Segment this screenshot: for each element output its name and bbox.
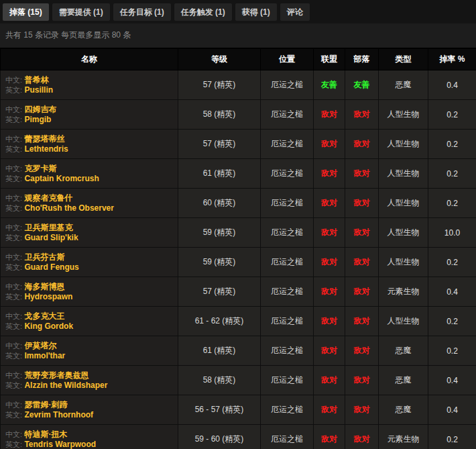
npc-name-cn-link[interactable]: 普希林 bbox=[24, 75, 48, 85]
drop-rate-cell: 0.2 bbox=[428, 336, 476, 366]
npc-name-cn-link[interactable]: 特迪斯·扭木 bbox=[24, 430, 67, 439]
npc-name-cn-link[interactable]: 卫兵斯里基克 bbox=[24, 223, 72, 232]
alliance-reaction: 友善 bbox=[314, 70, 345, 100]
drop-rate-cell: 0.2 bbox=[428, 100, 476, 130]
name-cell: 中文: 特迪斯·扭木 英文: Tendris Warpwood bbox=[1, 425, 178, 449]
drop-rate-cell: 0.4 bbox=[428, 366, 476, 395]
npc-name-cn-link[interactable]: 瑟雷姆·刺蹄 bbox=[24, 400, 67, 409]
location-cell: 厄运之槌 bbox=[261, 130, 314, 159]
horde-reaction: 敌对 bbox=[345, 277, 379, 307]
drop-rate-cell: 0.2 bbox=[428, 159, 476, 189]
alliance-reaction: 敌对 bbox=[314, 366, 345, 395]
type-cell: 元素生物 bbox=[379, 425, 428, 449]
npc-name-en-link[interactable]: Guard Slip'kik bbox=[24, 233, 78, 242]
npc-name-en-link[interactable]: Alzzin the Wildshaper bbox=[24, 381, 107, 390]
horde-reaction: 敌对 bbox=[345, 159, 379, 189]
location-link[interactable]: 厄运之槌 bbox=[271, 80, 303, 89]
alliance-reaction: 敌对 bbox=[314, 277, 345, 307]
cn-label: 中文: bbox=[5, 283, 22, 291]
type-cell: 恶魔 bbox=[379, 366, 428, 395]
tab-starts-quest[interactable]: 任务触发 (1) bbox=[174, 3, 232, 21]
cn-label: 中文: bbox=[5, 164, 22, 172]
npc-name-cn-link[interactable]: 卫兵芬古斯 bbox=[24, 252, 64, 262]
location-link[interactable]: 厄运之槌 bbox=[271, 434, 303, 444]
npc-name-en-link[interactable]: Hydrospawn bbox=[24, 292, 72, 301]
location-link[interactable]: 厄运之槌 bbox=[271, 375, 303, 385]
cn-label: 中文: bbox=[5, 223, 22, 232]
name-cell: 中文: 卫兵斯里基克 英文: Guard Slip'kik bbox=[1, 218, 178, 248]
drop-rate-cell: 0.2 bbox=[428, 189, 476, 218]
location-link[interactable]: 厄运之槌 bbox=[271, 168, 303, 178]
level-cell: 57 (精英) bbox=[178, 277, 261, 307]
npc-name-en-link[interactable]: Pimgib bbox=[24, 115, 51, 124]
npc-name-en-link[interactable]: Tendris Warpwood bbox=[24, 440, 96, 449]
npc-name-en-link[interactable]: Captain Kromcrush bbox=[24, 174, 99, 183]
level-cell: 61 - 62 (精英) bbox=[178, 307, 261, 336]
en-label: 英文: bbox=[5, 263, 22, 271]
type-cell: 人型生物 bbox=[379, 100, 428, 130]
horde-reaction: 敌对 bbox=[345, 130, 379, 159]
horde-reaction: 敌对 bbox=[345, 395, 379, 425]
level-cell: 59 (精英) bbox=[178, 218, 261, 248]
horde-reaction: 敌对 bbox=[345, 366, 379, 395]
name-cell: 中文: 卫兵芬古斯 英文: Guard Fengus bbox=[1, 248, 178, 277]
tab-comments[interactable]: 评论 bbox=[280, 3, 310, 21]
en-label: 英文: bbox=[5, 411, 22, 419]
location-link[interactable]: 厄运之槌 bbox=[271, 228, 303, 237]
npc-name-en-link[interactable]: Lethtendris bbox=[24, 144, 68, 154]
type-cell: 人型生物 bbox=[379, 248, 428, 277]
location-link[interactable]: 厄运之槌 bbox=[271, 316, 303, 326]
npc-name-en-link[interactable]: Zevrim Thornhoof bbox=[24, 410, 93, 419]
tab-needed-for[interactable]: 需要提供 (1) bbox=[52, 3, 110, 21]
location-link[interactable]: 厄运之槌 bbox=[271, 257, 303, 266]
name-cell: 中文: 伊莫塔尔 英文: Immol'thar bbox=[1, 336, 178, 366]
npc-name-en-link[interactable]: Pusillin bbox=[24, 85, 53, 95]
npc-name-cn-link[interactable]: 蕾瑟塔蒂丝 bbox=[24, 134, 64, 144]
horde-reaction: 敌对 bbox=[345, 100, 379, 130]
alliance-reaction: 敌对 bbox=[314, 307, 345, 336]
type-cell: 恶魔 bbox=[379, 395, 428, 425]
tab-objective-of[interactable]: 任务目标 (1) bbox=[113, 3, 171, 21]
npc-name-cn-link[interactable]: 克罗卡斯 bbox=[24, 164, 56, 173]
level-cell: 58 (精英) bbox=[178, 366, 261, 395]
drop-rate-cell: 0.2 bbox=[428, 307, 476, 336]
name-cell: 中文: 海多斯博恩 英文: Hydrospawn bbox=[1, 277, 178, 307]
tab-gained-from[interactable]: 获得 (1) bbox=[235, 3, 277, 21]
npc-name-cn-link[interactable]: 四姆吉布 bbox=[24, 105, 56, 114]
alliance-reaction: 敌对 bbox=[314, 218, 345, 248]
level-cell: 58 (精英) bbox=[178, 100, 261, 130]
location-cell: 厄运之槌 bbox=[261, 159, 314, 189]
en-label: 英文: bbox=[5, 174, 22, 183]
column-header-level: 等级 bbox=[178, 48, 261, 70]
level-cell: 59 (精英) bbox=[178, 248, 261, 277]
alliance-reaction: 敌对 bbox=[314, 159, 345, 189]
en-label: 英文: bbox=[5, 86, 22, 94]
location-cell: 厄运之槌 bbox=[261, 395, 314, 425]
drop-rate-cell: 0.4 bbox=[428, 70, 476, 100]
location-link[interactable]: 厄运之槌 bbox=[271, 198, 303, 207]
location-link[interactable]: 厄运之槌 bbox=[271, 109, 303, 119]
tab-drops[interactable]: 掉落 (15) bbox=[3, 3, 49, 21]
en-label: 英文: bbox=[5, 234, 22, 242]
level-cell: 59 - 60 (精英) bbox=[178, 425, 261, 449]
location-link[interactable]: 厄运之槌 bbox=[271, 139, 303, 148]
npc-name-en-link[interactable]: King Gordok bbox=[24, 321, 73, 331]
location-cell: 厄运之槌 bbox=[261, 218, 314, 248]
cn-label: 中文: bbox=[5, 401, 22, 409]
location-link[interactable]: 厄运之槌 bbox=[271, 405, 303, 414]
npc-name-en-link[interactable]: Guard Fengus bbox=[24, 262, 78, 272]
column-header-horde: 部落 bbox=[345, 48, 379, 70]
location-cell: 厄运之槌 bbox=[261, 100, 314, 130]
npc-name-cn-link[interactable]: 戈多克大王 bbox=[24, 311, 64, 321]
name-cell: 中文: 荒野变形者奥兹恩 英文: Alzzin the Wildshaper bbox=[1, 366, 178, 395]
npc-name-cn-link[interactable]: 伊莫塔尔 bbox=[24, 341, 56, 350]
cn-label: 中文: bbox=[5, 312, 22, 320]
npc-name-cn-link[interactable]: 荒野变形者奥兹恩 bbox=[24, 370, 88, 380]
column-header-alliance: 联盟 bbox=[314, 48, 345, 70]
npc-name-en-link[interactable]: Cho'Rush the Observer bbox=[24, 203, 114, 213]
npc-name-en-link[interactable]: Immol'thar bbox=[24, 351, 65, 360]
npc-name-cn-link[interactable]: 观察者克鲁什 bbox=[24, 193, 72, 203]
location-link[interactable]: 厄运之槌 bbox=[271, 346, 303, 355]
location-link[interactable]: 厄运之槌 bbox=[271, 287, 303, 296]
npc-name-cn-link[interactable]: 海多斯博恩 bbox=[24, 282, 64, 291]
